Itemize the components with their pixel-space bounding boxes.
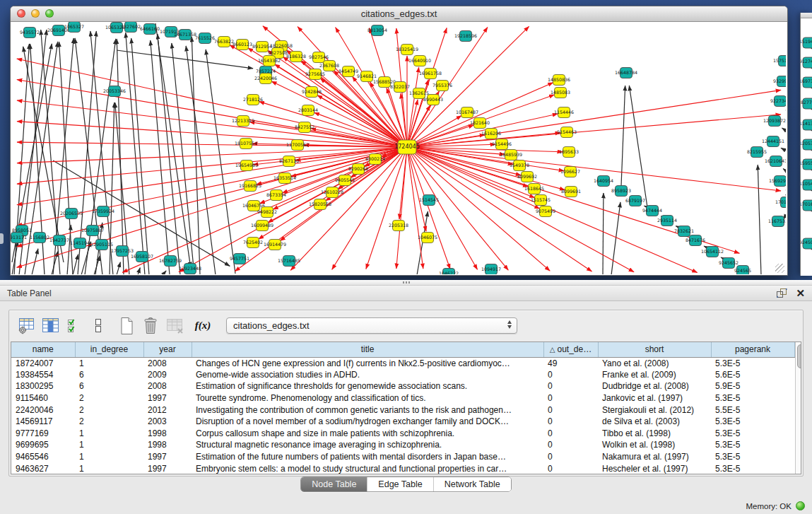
function-builder-button[interactable]: f(x) bbox=[192, 316, 213, 336]
table-cell[interactable]: 5.3E-5 bbox=[711, 416, 794, 428]
table-mode-button[interactable] bbox=[16, 316, 37, 336]
table-cell[interactable]: Investigating the contribution of common… bbox=[192, 404, 543, 416]
resize-grip-icon[interactable] bbox=[775, 264, 784, 273]
table-cell[interactable]: 0 bbox=[543, 380, 598, 392]
table-cell[interactable]: Franke et al. (2009) bbox=[598, 369, 711, 381]
minimize-button[interactable] bbox=[31, 9, 40, 18]
column-header[interactable]: short bbox=[598, 342, 711, 357]
table-cell[interactable]: 9465546 bbox=[11, 451, 75, 463]
column-header[interactable]: △out_de… bbox=[543, 342, 598, 357]
delete-table-button[interactable] bbox=[164, 316, 185, 336]
table-cell[interactable]: 2 bbox=[75, 404, 143, 416]
table-cell[interactable]: Jankovic et al. (1997) bbox=[598, 392, 711, 404]
table-cell[interactable]: 2003 bbox=[143, 416, 192, 428]
table-cell[interactable]: Dudbridge et al. (2008) bbox=[598, 380, 711, 392]
table-cell[interactable]: Changes of HCN gene expression and I(f) … bbox=[192, 357, 543, 369]
table-cell[interactable]: 1 bbox=[75, 357, 143, 369]
table-cell[interactable]: 22420046 bbox=[11, 404, 75, 416]
tab-network-table[interactable]: Network Table bbox=[433, 477, 511, 491]
select-columns-button[interactable] bbox=[64, 316, 85, 336]
divider-grip-icon[interactable] bbox=[403, 281, 411, 284]
show-columns-button[interactable] bbox=[40, 316, 61, 336]
table-cell[interactable]: 2008 bbox=[143, 357, 192, 369]
column-header[interactable]: pagerank bbox=[711, 342, 794, 357]
table-cell[interactable]: 5.5E-5 bbox=[711, 404, 794, 416]
table-row[interactable]: 2242004622012Investigating the contribut… bbox=[11, 404, 794, 416]
table-cell[interactable]: 6 bbox=[75, 369, 143, 381]
table-cell[interactable]: Tourette syndrome. Phenomenology and cla… bbox=[192, 392, 543, 404]
table-cell[interactable]: 5.3E-5 bbox=[711, 428, 794, 440]
table-cell[interactable]: Yano et al. (2008) bbox=[598, 357, 711, 369]
table-cell[interactable]: 1 bbox=[75, 439, 143, 451]
float-panel-button[interactable] bbox=[777, 288, 787, 298]
tab-node-table[interactable]: Node Table bbox=[301, 477, 367, 491]
table-cell[interactable]: 9777169 bbox=[11, 428, 75, 440]
table-cell[interactable]: 1998 bbox=[143, 439, 192, 451]
table-cell[interactable]: 1998 bbox=[143, 428, 192, 440]
table-cell[interactable]: 1997 bbox=[143, 462, 192, 474]
column-header[interactable]: in_degree bbox=[75, 342, 143, 357]
table-row[interactable]: 969969511998Structural magnetic resonanc… bbox=[11, 439, 794, 451]
split-divider[interactable] bbox=[0, 280, 812, 286]
table-row[interactable]: 1456911722003Disruption of a novel membe… bbox=[11, 416, 794, 428]
table-cell[interactable]: 14569117 bbox=[11, 416, 75, 428]
table-cell[interactable]: 5.9E-5 bbox=[711, 380, 794, 392]
table-cell[interactable]: 9463627 bbox=[11, 462, 75, 474]
table-cell[interactable]: 1997 bbox=[143, 392, 192, 404]
tab-edge-table[interactable]: Edge Table bbox=[367, 477, 433, 491]
table-cell[interactable]: 5.3E-5 bbox=[711, 357, 794, 369]
table-cell[interactable]: 0 bbox=[543, 451, 598, 463]
table-row[interactable]: 1938455462009Genome-wide association stu… bbox=[11, 369, 794, 381]
table-cell[interactable]: 9699695 bbox=[11, 439, 75, 451]
table-select-dropdown[interactable]: citations_edges.txt bbox=[226, 317, 517, 334]
column-header[interactable]: title bbox=[192, 342, 543, 357]
table-cell[interactable]: Estimation of the future numbers of pati… bbox=[192, 451, 543, 463]
table-scrollbar[interactable] bbox=[795, 342, 802, 474]
table-cell[interactable]: Estimation of significance thresholds fo… bbox=[192, 380, 543, 392]
window-titlebar[interactable]: citations_edges.txt bbox=[11, 6, 787, 22]
table-cell[interactable]: Genome-wide association studies in ADHD. bbox=[192, 369, 543, 381]
table-cell[interactable]: Embryonic stem cells: a model to study s… bbox=[192, 462, 543, 474]
table-row[interactable]: 946554611997Estimation of the future num… bbox=[11, 451, 794, 463]
table-row[interactable]: 1830029562008Estimation of significance … bbox=[11, 380, 794, 392]
table-cell[interactable]: 5.3E-5 bbox=[711, 451, 794, 463]
table-cell[interactable]: Stergiakouli et al. (2012) bbox=[598, 404, 711, 416]
delete-columns-button[interactable] bbox=[140, 316, 161, 336]
row-layout-button[interactable] bbox=[88, 316, 109, 336]
table-cell[interactable]: 5.3E-5 bbox=[711, 462, 794, 474]
table-cell[interactable]: 49 bbox=[543, 357, 598, 369]
table-cell[interactable]: 18724007 bbox=[11, 357, 75, 369]
table-cell[interactable]: 19384554 bbox=[11, 369, 75, 381]
table-cell[interactable]: Disruption of a novel member of a sodium… bbox=[192, 416, 543, 428]
table-cell[interactable]: 0 bbox=[543, 404, 598, 416]
zoom-button[interactable] bbox=[45, 9, 54, 18]
table-cell[interactable]: Corpus callosum shape and size in male p… bbox=[192, 428, 543, 440]
table-cell[interactable]: 0 bbox=[543, 439, 598, 451]
table-cell[interactable]: Nakamura et al. (1997) bbox=[598, 451, 711, 463]
column-header[interactable]: year bbox=[143, 342, 192, 357]
table-cell[interactable]: 2 bbox=[75, 392, 143, 404]
left-sash-handle[interactable] bbox=[0, 233, 4, 244]
table-cell[interactable]: 9115460 bbox=[11, 392, 75, 404]
table-row[interactable]: 1872400712008Changes of HCN gene express… bbox=[11, 357, 794, 369]
table-cell[interactable]: 0 bbox=[543, 369, 598, 381]
table-cell[interactable]: 5.3E-5 bbox=[711, 392, 794, 404]
table-cell[interactable]: 5.6E-5 bbox=[711, 369, 794, 381]
table-cell[interactable]: 0 bbox=[543, 428, 598, 440]
table-cell[interactable]: 0 bbox=[543, 392, 598, 404]
table-cell[interactable]: 0 bbox=[543, 416, 598, 428]
column-header[interactable]: name bbox=[11, 342, 75, 357]
table-row[interactable]: 911546021997Tourette syndrome. Phenomeno… bbox=[11, 392, 794, 404]
background-window[interactable]: 1519491274169738277114131205315955110541… bbox=[800, 13, 812, 276]
table-cell[interactable]: 2012 bbox=[143, 404, 192, 416]
table-cell[interactable]: Tibbo et al. (1998) bbox=[598, 428, 711, 440]
add-column-button[interactable] bbox=[116, 316, 137, 336]
close-button[interactable] bbox=[17, 9, 25, 18]
close-panel-button[interactable]: ✕ bbox=[796, 288, 805, 298]
scrollbar-thumb[interactable] bbox=[797, 344, 802, 368]
table-cell[interactable]: 1 bbox=[75, 462, 143, 474]
table-cell[interactable]: 2008 bbox=[143, 380, 192, 392]
table-cell[interactable]: 1997 bbox=[143, 451, 192, 463]
table-cell[interactable]: 2 bbox=[75, 416, 143, 428]
citation-graph[interactable]: 9435572206914061065327106532871327602646… bbox=[11, 22, 786, 274]
